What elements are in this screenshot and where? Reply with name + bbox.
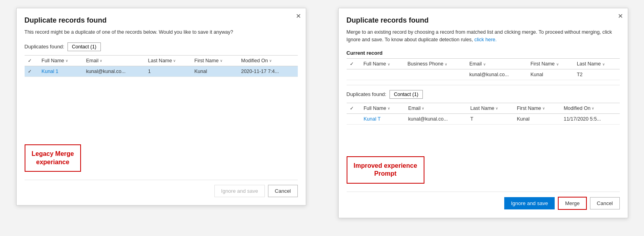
right-row-fullname: Kunal T: [361, 113, 405, 124]
right-col-email[interactable]: Email: [405, 103, 467, 113]
cr-row-check: [347, 69, 361, 80]
left-row-firstname: Kunal: [191, 66, 238, 77]
right-table-row[interactable]: Kunal T kunal@kunal.co... T Kunal 11/17/…: [347, 113, 620, 124]
cr-col-fullname[interactable]: Full Name: [360, 58, 404, 69]
left-row-modifiedon: 2020-11-17 7:4...: [238, 66, 297, 77]
cr-col-lastname[interactable]: Last Name: [574, 58, 620, 69]
left-dialog-footer: Ignore and save Cancel: [25, 180, 298, 197]
right-close-button[interactable]: ✕: [618, 13, 623, 19]
right-dialog-subtitle-link[interactable]: click here.: [474, 37, 497, 42]
left-annotation-box: Legacy Mergeexperiance: [25, 144, 81, 172]
left-annotation-area: Legacy Mergeexperiance: [25, 144, 298, 172]
current-record-header-row: ✓ Full Name Business Phone Email First N…: [347, 58, 620, 69]
right-row-lastname: T: [467, 113, 514, 124]
right-row-check: [347, 113, 361, 124]
cr-row-email: kunal@kunal.co...: [466, 69, 527, 80]
left-col-firstname[interactable]: First Name: [191, 55, 238, 66]
left-row-email: kunal@kunal.co...: [83, 66, 145, 77]
left-ignore-save-button: Ignore and save: [214, 185, 265, 197]
left-duplicates-label: Duplicates found:: [25, 44, 64, 50]
left-dialog: ✕ Duplicate records found This record mi…: [16, 8, 306, 205]
right-col-firstname[interactable]: First Name: [514, 103, 561, 113]
left-row-check: ✓: [25, 66, 39, 77]
left-col-modifiedon[interactable]: Modified On: [238, 55, 297, 66]
left-dialog-subtitle: This record might be a duplicate of one …: [25, 29, 298, 36]
left-cancel-button[interactable]: Cancel: [268, 185, 297, 197]
right-ignore-save-button[interactable]: Ignore and save: [504, 197, 555, 209]
current-record-section: Current record ✓ Full Name Business Phon…: [347, 50, 620, 80]
current-record-label: Current record: [347, 50, 620, 56]
cr-col-firstname[interactable]: First Name: [527, 58, 574, 69]
cr-row-firstname: Kunal: [527, 69, 574, 80]
cr-col-businessphone[interactable]: Business Phone: [404, 58, 466, 69]
right-dialog-title: Duplicate records found: [347, 16, 620, 25]
left-row-fullname: Kunal 1: [39, 66, 83, 77]
left-col-check: ✓: [25, 55, 39, 66]
cr-row-lastname: T2: [574, 69, 620, 80]
left-table-header-row: ✓ Full Name Email Last Name First Name M…: [25, 55, 298, 66]
right-annotation-box: Improved experiencePrompt: [347, 156, 424, 184]
cr-col-check: ✓: [347, 58, 361, 69]
right-dialog-footer: Ignore and save Merge Cancel: [347, 192, 620, 210]
left-col-lastname[interactable]: Last Name: [145, 55, 191, 66]
right-cancel-button[interactable]: Cancel: [590, 197, 619, 209]
right-panel: ✕ Duplicate records found Merge to an ex…: [322, 0, 644, 236]
right-annotation-area: Improved experiencePrompt: [347, 156, 620, 184]
left-table-row[interactable]: ✓ Kunal 1 kunal@kunal.co... 1 Kunal 2020…: [25, 66, 298, 77]
current-record-table: ✓ Full Name Business Phone Email First N…: [347, 58, 620, 80]
right-merge-button[interactable]: Merge: [558, 197, 587, 210]
cr-row-businessphone: [404, 69, 466, 80]
right-contact-tab[interactable]: Contact (1): [389, 90, 423, 99]
right-table-header-row: ✓ Full Name Email Last Name First Name M…: [347, 103, 620, 113]
right-row-firstname: Kunal: [514, 113, 561, 124]
right-col-lastname[interactable]: Last Name: [467, 103, 514, 113]
left-panel: ✕ Duplicate records found This record mi…: [0, 0, 322, 236]
left-contact-tab[interactable]: Contact (1): [67, 42, 101, 51]
right-dialog: ✕ Duplicate records found Merge to an ex…: [338, 8, 628, 218]
right-data-table: ✓ Full Name Email Last Name First Name M…: [347, 103, 620, 125]
left-data-table: ✓ Full Name Email Last Name First Name M…: [25, 55, 298, 77]
cr-col-email[interactable]: Email: [466, 58, 527, 69]
left-col-email[interactable]: Email: [83, 55, 145, 66]
left-col-fullname[interactable]: Full Name: [39, 55, 83, 66]
right-dialog-subtitle: Merge to an existing record by choosing …: [347, 29, 620, 44]
current-record-row: kunal@kunal.co... Kunal T2: [347, 69, 620, 80]
right-duplicates-label: Duplicates found:: [347, 91, 386, 97]
right-row-email: kunal@kunal.co...: [405, 113, 467, 124]
left-row-lastname: 1: [145, 66, 191, 77]
right-row-modifiedon: 11/17/2020 5:5...: [561, 113, 620, 124]
cr-row-fullname: [360, 69, 404, 80]
section-divider: [347, 85, 620, 85]
left-dialog-title: Duplicate records found: [25, 16, 298, 25]
right-col-fullname[interactable]: Full Name: [361, 103, 405, 113]
left-close-button[interactable]: ✕: [296, 13, 301, 19]
right-col-check: ✓: [347, 103, 361, 113]
left-duplicates-found-row: Duplicates found: Contact (1): [25, 42, 298, 51]
right-col-modifiedon[interactable]: Modified On: [561, 103, 620, 113]
right-duplicates-found-row: Duplicates found: Contact (1): [347, 90, 620, 99]
